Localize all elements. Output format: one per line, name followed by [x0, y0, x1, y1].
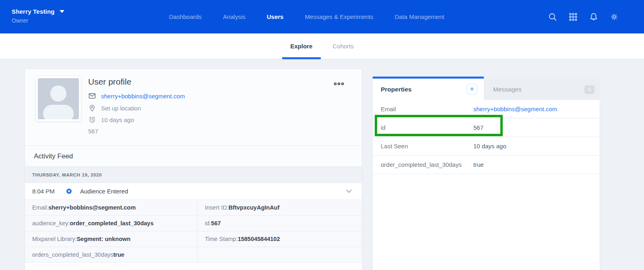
properties-panel: Properties + Messages 0 Email sherry+bob…: [372, 70, 600, 270]
property-value: true: [473, 161, 484, 168]
properties-panel-tabs: Properties + Messages 0: [372, 70, 600, 100]
apps-grid-icon[interactable]: [568, 12, 578, 22]
top-navigation-bar: Sherry Testing Owner Dashboards Analysis…: [0, 0, 644, 33]
main-nav: Dashboards Analysis Users Messages & Exp…: [169, 0, 444, 33]
users-section-tabs: Explore Cohorts: [0, 33, 644, 59]
property-value-email-link[interactable]: sherry+bobbins@segment.com: [473, 106, 557, 112]
alarm-clock-icon: [88, 116, 96, 124]
activity-date-label: THURSDAY, MARCH 19, 2020: [32, 172, 102, 177]
activity-event-row[interactable]: 8:04 PM Audience Entered: [25, 183, 362, 200]
tab-cohorts[interactable]: Cohorts: [332, 33, 355, 59]
detail-cell-audience-key: audience_key: order_completed_last_30day…: [25, 216, 198, 231]
project-name[interactable]: Sherry Testing: [12, 8, 55, 15]
property-row-email: Email sherry+bobbins@segment.com: [373, 100, 600, 118]
add-property-button[interactable]: +: [466, 84, 477, 95]
tab-explore-label: Explore: [290, 43, 312, 50]
messages-count-badge: 0: [584, 85, 594, 94]
tab-messages[interactable]: Messages 0: [484, 79, 600, 100]
settings-gear-icon[interactable]: [609, 12, 619, 22]
avatar-head-shape: [50, 85, 66, 102]
profile-last-seen-label: 10 days ago: [101, 116, 134, 123]
chevron-down-icon[interactable]: [346, 189, 352, 193]
property-value: 567: [473, 124, 483, 131]
more-options-icon[interactable]: [334, 81, 344, 87]
nav-icon-group: [548, 0, 619, 33]
nav-item-messages-experiments[interactable]: Messages & Experiments: [305, 13, 373, 20]
detail-cell-timestamp: Time Stamp: 1585045844102: [198, 231, 362, 247]
properties-list: Email sherry+bobbins@segment.com id 567 …: [372, 100, 600, 270]
property-key: order_completed_last_30days: [381, 161, 473, 168]
nav-item-dashboards[interactable]: Dashboards: [169, 13, 202, 20]
property-key: Last Seen: [381, 143, 473, 150]
project-role-label: Owner: [12, 17, 64, 24]
profile-title: User profile: [88, 77, 131, 87]
tab-messages-label: Messages: [493, 86, 522, 93]
avatar: [36, 76, 81, 121]
property-value: 10 days ago: [473, 143, 506, 150]
nav-item-data-management[interactable]: Data Management: [395, 13, 444, 20]
tab-properties-label: Properties: [381, 86, 412, 93]
project-switcher[interactable]: Sherry Testing Owner: [12, 8, 64, 24]
property-row-order-completed: order_completed_last_30days true: [373, 156, 600, 174]
detail-cell-id: id: 567: [198, 216, 362, 231]
tab-cohorts-label: Cohorts: [332, 43, 354, 50]
profile-email-link[interactable]: sherry+bobbins@segment.com: [101, 93, 185, 100]
caret-down-icon: [60, 10, 64, 13]
property-key: id: [381, 124, 473, 131]
app-window: Sherry Testing Owner Dashboards Analysis…: [0, 0, 644, 270]
detail-cell-orders-completed: orders_completed_last_30daystrue: [25, 247, 198, 263]
profile-summary: User profile sherry+bobbins@segment.com …: [25, 69, 362, 145]
profile-last-seen-row: 10 days ago: [88, 116, 134, 124]
profile-location-label: Set up location: [101, 105, 141, 112]
nav-item-users[interactable]: Users: [267, 13, 284, 20]
activity-feed-header: Activity Feed: [25, 145, 362, 166]
property-key: Email: [381, 106, 473, 112]
activity-feed-date-band: THURSDAY, MARCH 19, 2020: [25, 166, 362, 183]
user-profile-card: User profile sherry+bobbins@segment.com …: [25, 69, 362, 270]
activity-feed-footer: [25, 263, 362, 270]
nav-item-analysis[interactable]: Analysis: [223, 13, 246, 20]
event-type-icon: [66, 188, 72, 194]
envelope-icon: [88, 92, 96, 100]
avatar-body-shape: [43, 105, 74, 119]
notifications-bell-icon[interactable]: [589, 12, 599, 22]
tab-explore[interactable]: Explore: [289, 33, 313, 59]
search-icon[interactable]: [548, 12, 557, 22]
profile-id: 567: [88, 128, 98, 135]
event-time: 8:04 PM: [32, 188, 66, 195]
property-row-last-seen: Last Seen 10 days ago: [373, 137, 600, 156]
event-details-table: Email: sherry+bobbins@segment.com Insert…: [25, 200, 362, 263]
detail-cell-mixpanel-library: Mixpanel Library: Segment: unknown: [25, 231, 198, 247]
property-row-id: id 567: [373, 118, 600, 137]
profile-location-row[interactable]: Set up location: [88, 104, 141, 112]
tab-properties[interactable]: Properties +: [372, 77, 484, 100]
detail-cell-email: Email: sherry+bobbins@segment.com: [25, 200, 198, 216]
location-pin-icon: [88, 104, 96, 112]
event-name: Audience Entered: [80, 188, 128, 195]
detail-cell-empty: [198, 247, 362, 263]
activity-feed-title: Activity Feed: [34, 152, 73, 160]
profile-email-row: sherry+bobbins@segment.com: [88, 92, 185, 100]
detail-cell-insert-id: Insert ID: BftvpxcuyAgInAuf: [198, 200, 362, 216]
